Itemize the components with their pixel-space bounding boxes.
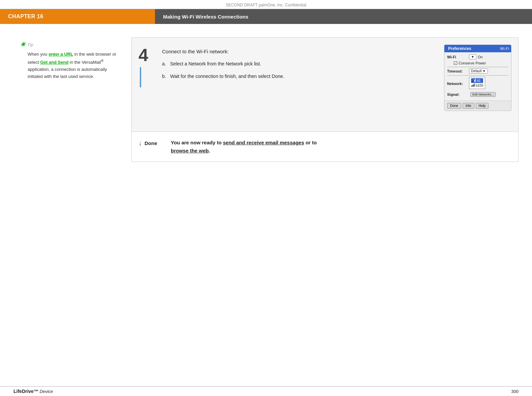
done-text-middle: or to [304,140,317,145]
device-conserve-row: ✓ Conserve Power [447,61,508,65]
device-screenshot: Preferences Wi-Fi Wi-Fi ▼ On ✓ Conserve … [444,45,511,111]
device-body: Wi-Fi ▼ On ✓ Conserve Power Timeout: Def… [444,52,511,101]
step-item-b-text: Wait for the connection to finish, and t… [170,73,284,81]
step-box: 4 Connect to the Wi-Fi network: a. Selec… [131,37,519,132]
device-done-btn[interactable]: Done [447,103,461,109]
bar3 [473,84,474,87]
chapter-title: Making Wi-Fi Wireless Connections [155,9,532,24]
device-timeout-dropdown[interactable]: Default ▼ [469,68,488,74]
step-item-a-text: Select a Network from the Network pick l… [170,60,261,68]
device-info-btn[interactable]: Info [463,103,474,109]
bar1 [471,86,472,87]
device-signal-label: Signal: [447,92,469,96]
bar1 [472,81,473,82]
bar2 [473,80,474,82]
right-panel: 4 Connect to the Wi-Fi network: a. Selec… [131,37,519,162]
done-link-browse[interactable]: browse the web [171,148,209,153]
step-blue-bar [140,67,141,87]
tip-star-icon: ✳ [20,41,25,48]
device-divider-2 [447,75,508,76]
chapter-label: CHAPTER 16 [0,9,155,24]
bar2 [472,85,473,87]
wifi-signal-icon-b5 [472,79,476,83]
chapter-bar: CHAPTER 16 Making Wi-Fi Wireless Connect… [0,9,532,24]
device-network-label: Network: [447,82,469,86]
tip-link-get-send[interactable]: Get and Send [40,60,69,65]
device-titlebar: Preferences Wi-Fi [444,45,511,52]
device-network-row: Network: [447,77,508,90]
footer-page: 300 [511,389,519,394]
device-wifi-row: Wi-Fi ▼ On [447,54,508,59]
done-text-after: . [209,148,210,153]
device-wifi-value: On [478,55,483,59]
wifi-signal-icon-b100 [471,83,475,87]
device-timeout-value: Default [471,69,482,73]
done-label: Done [145,140,157,146]
device-titlebar-label: Preferences [446,46,473,51]
footer-brand-normal: Device [38,389,53,394]
device-wifi-label: Wi-Fi [447,55,469,59]
done-label-col: ↓ Done [138,139,165,147]
footer-brand: LifeDrive™ Device [13,389,53,394]
tip-body: When you enter a URL in the web browser … [20,51,121,80]
device-wifi-dropdown[interactable]: ▼ [469,54,476,59]
step-instructions: Connect to the Wi-Fi network: a. Select … [162,45,437,125]
device-divider-1 [447,67,508,67]
device-timeout-label: Timeout: [447,69,469,73]
tip-text-1: When you [28,52,49,57]
done-arrow-icon: ↓ [138,139,142,147]
device-network-list: b5 [469,77,485,89]
done-text: You are now ready to send and receive em… [171,139,317,155]
step-number: 4 [138,46,148,64]
footer: LifeDrive™ Device 300 [0,386,532,396]
footer-brand-bold: LifeDrive [13,389,34,394]
device-network-b5[interactable]: b5 [471,78,483,83]
step-title: Connect to the Wi-Fi network: [162,47,437,56]
tip-link-enter-url[interactable]: enter a URL [49,52,73,57]
main-content: ✳ Tip When you enter a URL in the web br… [0,24,532,162]
bar4 [475,79,476,82]
watermark: SECOND DRAFT palmOne, Inc. Confidential [0,0,532,9]
tip-label: Tip [27,42,33,47]
device-conserve-checkbox[interactable]: ✓ [454,61,457,65]
signal-bars-b100 [471,83,475,87]
tip-header: ✳ Tip [20,41,121,48]
device-network-b100[interactable]: b100 [471,83,483,88]
bar3 [474,80,475,82]
step-item-a: a. Select a Network from the Network pic… [162,60,437,68]
network-b5-label: b5 [477,79,480,83]
device-timeout-row: Timeout: Default ▼ [447,68,508,74]
tip-panel: ✳ Tip When you enter a URL in the web br… [20,37,121,162]
signal-bars-b5 [472,79,476,82]
step-item-b-label: b. [162,73,167,81]
step-item-b: b. Wait for the connection to finish, an… [162,73,437,81]
footer-tm: ™ [34,389,38,394]
network-b100-label: b100 [476,84,483,87]
step-item-a-label: a. [162,60,167,68]
done-link-email[interactable]: send and receive email messages [223,140,304,145]
device-help-btn[interactable]: Help [476,103,489,109]
step-number-col: 4 [138,45,155,125]
bar4 [474,84,475,87]
done-text-before: You are now ready to [171,140,223,145]
done-box: ↓ Done You are now ready to send and rec… [131,132,519,162]
device-buttons: Done Info Help [444,101,511,111]
device-signal-row: Signal: Edit Networks... [447,92,508,97]
device-edit-networks-btn[interactable]: Edit Networks... [470,92,496,97]
device-titlebar-wifi: Wi-Fi [500,47,509,51]
step-list: a. Select a Network from the Network pic… [162,60,437,81]
device-conserve-label: Conserve Power [459,61,486,65]
